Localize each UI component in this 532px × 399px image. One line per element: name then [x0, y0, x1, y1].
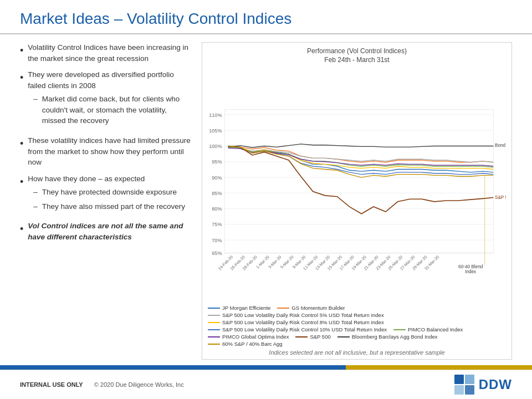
list-item: • How have they done – as expected – The…	[20, 173, 192, 216]
bullet-text: These volatility indices have had limite…	[28, 135, 192, 168]
sub-list: – Market did come back, but for clients …	[33, 94, 192, 126]
footer-left: INTERNAL USE ONLY © 2020 Due Diligence W…	[20, 381, 184, 388]
legend-item: S&P 500 Low Volatility Daily Risk Contro…	[208, 326, 387, 332]
bullet-text: How have they done – as expected	[28, 175, 145, 183]
legend-line-icon	[208, 329, 220, 330]
accent-bar	[0, 365, 532, 370]
legend-line-icon	[393, 329, 406, 330]
svg-text:70%: 70%	[212, 238, 222, 243]
sub-text: Market did come back, but for clients wh…	[42, 94, 192, 126]
legend-line-icon	[295, 336, 308, 337]
bullet-icon: •	[20, 136, 23, 151]
bullet-icon: •	[20, 222, 23, 236]
svg-text:110%: 110%	[209, 112, 222, 118]
dash-icon: –	[33, 201, 38, 212]
dash-icon: –	[33, 94, 38, 105]
svg-text:65%: 65%	[212, 250, 222, 256]
list-item: • Volatility Control Indices have been i…	[20, 42, 192, 64]
page: Market Ideas – Volatility Control Indice…	[0, 0, 532, 399]
legend-label: GS Momentum Builder	[291, 305, 345, 311]
header: Market Ideas – Volatility Control Indice…	[0, 0, 532, 34]
legend-item: S&P 500 Low Volatility Daily Risk Contro…	[208, 319, 384, 325]
legend-label: S&P 500 Low Volatility Daily Risk Contro…	[222, 319, 384, 325]
legend-item: Bloomberg Barclays Agg Bond Index	[337, 334, 438, 340]
bullet-text: Volatility Control Indices have been inc…	[28, 42, 192, 64]
legend-item: JP Morgan Efficiente	[208, 305, 270, 311]
chart-area: 110% 105% 100% 95% 90% 85% 80% 75% 70% 6…	[208, 65, 506, 303]
chart-title-line1: Performance (Vol Control Indices)	[208, 47, 506, 56]
legend-line-icon	[337, 336, 350, 337]
bullet-content: They were developed as diversified portf…	[28, 69, 192, 130]
left-panel: • Volatility Control Indices have been i…	[20, 40, 192, 360]
svg-text:85%: 85%	[212, 191, 222, 196]
sub-text: They have also missed part of the recove…	[42, 201, 185, 212]
logo-square-blue-bl	[454, 385, 464, 395]
sub-text: They have protected downside exposure	[42, 187, 177, 198]
legend-line-icon	[208, 344, 220, 345]
bullet-icon: •	[20, 70, 23, 85]
legend-item: PIMCO Balanced Index	[393, 326, 463, 332]
legend-line-icon	[208, 315, 220, 316]
copyright-text: © 2020 Due Diligence Works, Inc	[94, 381, 184, 388]
dash-icon: –	[33, 187, 38, 198]
svg-text:60-40 Blend: 60-40 Blend	[458, 264, 483, 269]
svg-rect-20	[224, 110, 493, 253]
chart-note: Indices selected are not all inclusive, …	[208, 349, 506, 356]
sub-list-item: – Market did come back, but for clients …	[33, 94, 192, 126]
svg-text:Bond Index: Bond Index	[495, 144, 506, 149]
svg-text:80%: 80%	[212, 206, 222, 212]
sub-list: – They have protected downside exposure …	[33, 187, 185, 212]
bullet-icon: •	[20, 175, 23, 189]
bullet-text: They were developed as diversified portf…	[28, 70, 173, 90]
legend-label: Bloomberg Barclays Agg Bond Index	[352, 334, 438, 340]
legend-item: GS Momentum Builder	[277, 305, 345, 311]
footer-logo: DDW	[454, 375, 512, 395]
legend-label: 60% S&P / 40% Barc Agg	[222, 341, 283, 347]
legend-label: PIMCO Global Optima Index	[222, 334, 289, 340]
svg-text:75%: 75%	[212, 222, 222, 228]
sub-list-item: – They have also missed part of the reco…	[33, 201, 185, 212]
legend-item: 60% S&P / 40% Barc Agg	[208, 341, 283, 347]
legend-label: JP Morgan Efficiente	[222, 305, 270, 311]
svg-text:105%: 105%	[209, 128, 222, 134]
chart-svg: 110% 105% 100% 95% 90% 85% 80% 75% 70% 6…	[208, 65, 506, 303]
legend-item: S&P 500	[295, 334, 330, 340]
logo-text: DDW	[479, 377, 512, 392]
bullet-list: • Volatility Control Indices have been i…	[20, 42, 192, 242]
chart-title-line2: Feb 24th - March 31st	[208, 56, 506, 65]
svg-text:95%: 95%	[212, 160, 222, 165]
list-item: • Vol Control indices are not all the sa…	[20, 221, 192, 242]
legend-label: PIMCO Balanced Index	[408, 326, 463, 332]
chart-container: Performance (Vol Control Indices) Feb 24…	[202, 42, 512, 360]
footer: INTERNAL USE ONLY © 2020 Due Diligence W…	[0, 370, 532, 399]
legend-line-icon	[208, 336, 220, 337]
bullet-icon: •	[20, 43, 23, 58]
content-area: • Volatility Control Indices have been i…	[0, 34, 532, 360]
legend-line-icon	[208, 308, 220, 309]
bullet-text-bold: Vol Control indices are not all the same…	[28, 221, 192, 242]
svg-text:Index: Index	[465, 269, 476, 274]
list-item: • They were developed as diversified por…	[20, 69, 192, 130]
legend-item: PIMCO Global Optima Index	[208, 334, 289, 340]
logo-squares	[454, 375, 474, 395]
legend-line-icon	[208, 322, 220, 323]
legend-label: S&P 500 Low Volatility Daily Risk Contro…	[222, 312, 384, 318]
internal-use-label: INTERNAL USE ONLY	[20, 381, 83, 388]
sub-list-item: – They have protected downside exposure	[33, 187, 185, 198]
legend-label: S&P 500 Low Volatility Daily Risk Contro…	[222, 326, 387, 332]
logo-square-blue-br	[465, 385, 474, 395]
chart-title: Performance (Vol Control Indices) Feb 24…	[208, 47, 506, 64]
list-item: • These volatility indices have had limi…	[20, 135, 192, 168]
legend-area: JP Morgan Efficiente GS Momentum Builder…	[208, 305, 506, 347]
logo-square-blue-tr	[465, 375, 474, 384]
right-panel: Performance (Vol Control Indices) Feb 24…	[202, 40, 512, 360]
page-title: Market Ideas – Volatility Control Indice…	[20, 10, 512, 28]
svg-text:90%: 90%	[212, 175, 222, 181]
bullet-content: How have they done – as expected – They …	[28, 173, 185, 216]
legend-item: S&P 500 Low Volatility Daily Risk Contro…	[208, 312, 384, 318]
svg-text:S&P 500 Index: S&P 500 Index	[495, 195, 506, 200]
svg-text:100%: 100%	[209, 144, 222, 149]
logo-square-blue-tl	[454, 375, 464, 384]
legend-label: S&P 500	[310, 334, 330, 340]
legend-line-icon	[277, 308, 289, 309]
